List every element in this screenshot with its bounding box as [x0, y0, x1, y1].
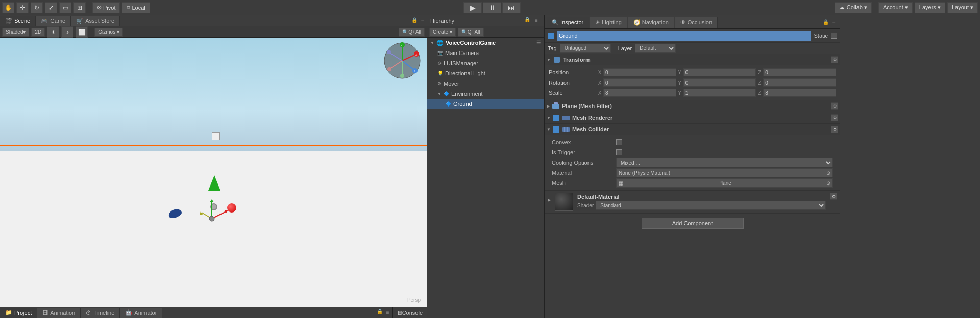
list-item[interactable]: ⚙ Mover — [427, 78, 544, 89]
material-ref[interactable]: None (Physic Material) ⊙ — [616, 168, 833, 177]
rotate-tool-btn[interactable]: ↻ — [31, 2, 43, 13]
rot-x-input[interactable] — [603, 78, 676, 87]
shader-dropdown[interactable]: Standard — [596, 201, 826, 210]
persp-label: Persp — [407, 297, 421, 303]
cooking-dropdown[interactable]: Mixed ... — [616, 158, 833, 167]
list-item[interactable]: ▼ 🔷 Environment — [427, 89, 544, 99]
hierarchy-search-btn[interactable]: 🔍 Q+All — [458, 28, 484, 37]
convex-row: Convex — [548, 137, 837, 147]
scene-collapse-btn[interactable]: ≡ — [419, 16, 427, 26]
mesh-renderer-checkbox[interactable] — [553, 115, 559, 121]
mesh-collider-settings-icon[interactable]: ⚙ — [831, 126, 838, 133]
scene-view[interactable]: Y X Z — [0, 38, 427, 307]
tab-animation[interactable]: 🎞 Animation — [37, 308, 81, 318]
list-item[interactable]: 💡 Directional Light — [427, 68, 544, 78]
tab-navigation[interactable]: 🧭 Navigation — [628, 17, 674, 28]
pos-y-input[interactable] — [683, 68, 756, 76]
material-target-icon[interactable]: ⊙ — [826, 170, 830, 176]
mesh-collider-checkbox[interactable] — [553, 126, 559, 132]
tab-inspector[interactable]: 🔍 Inspector — [547, 17, 589, 28]
mesh-ref[interactable]: ▦ Plane ⊙ — [616, 178, 833, 188]
move-tool-btn[interactable]: ✛ — [16, 2, 29, 13]
search-all-dropdown[interactable]: 🔍 Q+All — [399, 28, 425, 37]
hand-tool-btn[interactable]: ✋ — [2, 2, 14, 13]
static-checkbox[interactable] — [831, 33, 837, 39]
pos-x-input[interactable] — [603, 68, 676, 76]
list-item[interactable]: ⚙ LUISManager — [427, 58, 544, 68]
tab-console[interactable]: 🖥 Console — [392, 307, 427, 319]
rot-z-input[interactable] — [763, 78, 836, 87]
tag-dropdown[interactable]: Untagged — [560, 44, 611, 53]
hierarchy-collapse-btn[interactable]: ≡ — [532, 16, 541, 26]
scene-gizmo[interactable]: Y X Z — [383, 42, 422, 80]
inspector-collapse-btn[interactable]: ≡ — [830, 18, 838, 28]
hierarchy-create-btn[interactable]: Create ▾ — [429, 28, 456, 37]
transform-header[interactable]: ▼ Transform ⚙ — [545, 54, 840, 65]
svg-text:Z: Z — [414, 70, 415, 73]
light-icon: 💡 — [437, 71, 443, 76]
audio-toggle[interactable]: ♪ — [61, 26, 74, 38]
scale-x-input[interactable] — [603, 89, 676, 97]
pos-z-input[interactable] — [763, 68, 836, 76]
account-button[interactable]: Account ▾ — [878, 2, 913, 13]
mesh-renderer-settings-icon[interactable]: ⚙ — [831, 114, 838, 121]
list-item[interactable]: 📷 Main Camera — [427, 48, 544, 58]
tab-project[interactable]: 📁 Project — [0, 308, 37, 318]
collab-button[interactable]: ☁ Collab ▾ — [835, 2, 872, 13]
layer-dropdown[interactable]: Default — [635, 44, 676, 53]
bottom-collapse-btn[interactable]: ≡ — [384, 308, 392, 318]
pos-y-label: Y — [677, 70, 683, 75]
collab-icon: ☁ — [839, 4, 845, 11]
object-name-field[interactable] — [557, 31, 811, 41]
material-settings-icon[interactable]: ⚙ — [830, 193, 837, 200]
step-button[interactable]: ⏭ — [502, 2, 521, 13]
local-button[interactable]: ⧈ Local — [122, 2, 150, 13]
tab-timeline[interactable]: ⏱ Timeline — [81, 308, 120, 318]
rect-tool-btn[interactable]: ▭ — [59, 2, 71, 13]
object-active-checkbox[interactable] — [548, 33, 554, 39]
transform-tool-btn[interactable]: ⊞ — [74, 2, 86, 13]
hierarchy-lock-btn[interactable]: 🔒 — [523, 16, 531, 24]
pivot-button[interactable]: ⊙ Pivot — [92, 2, 120, 13]
scene-lock-btn[interactable]: 🔒 — [410, 16, 419, 24]
tab-game[interactable]: 🎮 Game — [36, 16, 71, 26]
game-icon: 🎮 — [41, 18, 48, 24]
fx-toggle[interactable]: ⬜ — [76, 26, 88, 38]
mesh-renderer-header[interactable]: ▼ Mesh Renderer ⚙ — [545, 112, 840, 123]
layout-button[interactable]: Layout ▾ — [947, 2, 978, 13]
tab-asset-store[interactable]: 🛒 Asset Store — [71, 16, 120, 26]
layer-label: Layer — [618, 45, 632, 51]
inspector-lock-btn[interactable]: 🔒 — [822, 18, 830, 26]
convex-checkbox[interactable] — [616, 139, 622, 145]
mesh-target-icon[interactable]: ⊙ — [826, 180, 830, 186]
add-component-button[interactable]: Add Component — [642, 218, 744, 229]
pause-button[interactable]: ⏸ — [483, 2, 501, 13]
tab-lighting[interactable]: ☀ Lighting — [590, 17, 627, 28]
rot-y-input[interactable] — [683, 78, 756, 87]
material-preview[interactable] — [555, 193, 573, 211]
scale-tool-btn[interactable]: ⤢ — [45, 2, 57, 13]
expand-icon: ▼ — [430, 41, 434, 45]
shaded-dropdown[interactable]: Shaded ▾ — [2, 28, 29, 37]
tab-occlusion[interactable]: 👁 Occlusion — [675, 17, 718, 28]
trigger-checkbox[interactable] — [616, 149, 622, 155]
lights-toggle[interactable]: ☀ — [47, 26, 59, 38]
transform-settings-icon[interactable]: ⚙ — [831, 56, 838, 63]
2d-toggle[interactable]: 2D — [31, 28, 45, 37]
hierarchy-ground-item[interactable]: 🔷 Ground — [427, 99, 544, 109]
mesh-filter-header[interactable]: ▶ Plane (Mesh Filter) ⚙ — [545, 100, 840, 112]
gizmos-dropdown[interactable]: Gizmos ▾ — [94, 28, 123, 37]
bottom-lock-btn[interactable]: 🔒 — [376, 308, 384, 316]
tab-scene[interactable]: 🎬 Scene — [0, 16, 36, 26]
scale-z-input[interactable] — [763, 89, 836, 97]
play-button[interactable]: ▶ — [463, 2, 482, 13]
mesh-filter-settings-icon[interactable]: ⚙ — [831, 102, 838, 110]
mesh-collider-header[interactable]: ▼ Mesh Collider ⚙ — [545, 124, 840, 135]
layers-button[interactable]: Layers ▾ — [915, 2, 945, 13]
inspector-object-header: Static — [545, 29, 840, 43]
transform-gizmo — [191, 193, 232, 234]
scale-y-input[interactable] — [683, 89, 756, 97]
scene-panel-btns: 🔒 ≡ — [410, 16, 427, 26]
tab-animator[interactable]: 🤖 Animator — [120, 308, 162, 318]
hierarchy-root-item[interactable]: ▼ 🌐 VoiceControlGame ☰ — [427, 38, 544, 48]
